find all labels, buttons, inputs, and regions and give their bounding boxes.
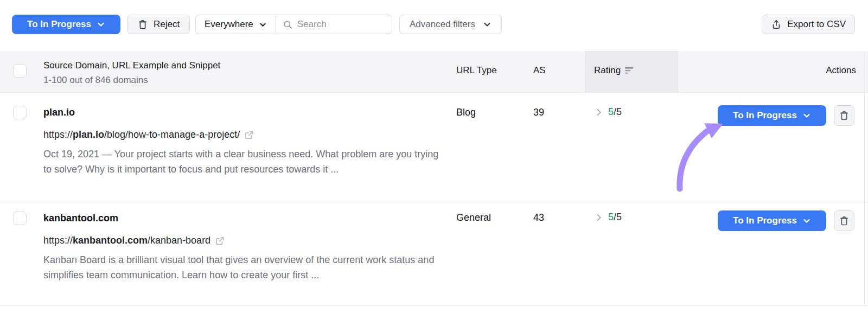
select-all-checkbox[interactable] <box>13 64 27 78</box>
reject-label: Reject <box>154 19 180 30</box>
advanced-filters-label: Advanced filters <box>410 19 475 30</box>
url-text: https://plan.io/blog/how-to-manage-a-pro… <box>43 129 240 140</box>
search-scope-select[interactable]: Everywhere <box>196 15 276 34</box>
search-input[interactable] <box>297 19 385 30</box>
column-header-rating[interactable]: Rating <box>594 65 635 76</box>
external-link-icon[interactable] <box>244 130 254 140</box>
row-url-type: General <box>456 212 491 223</box>
export-to-csv-button[interactable]: Export to CSV <box>762 15 855 34</box>
export-icon <box>771 19 782 30</box>
row-rating: 5/5 <box>595 212 622 223</box>
row-checkbox[interactable] <box>13 106 27 119</box>
reject-button[interactable]: Reject <box>127 15 190 34</box>
row-snippet: Kanban Board is a brilliant visual tool … <box>43 252 441 283</box>
trash-icon <box>839 110 850 121</box>
row-rating: 5/5 <box>595 106 622 118</box>
bulk-to-in-progress-button[interactable]: To In Progress <box>12 15 120 34</box>
row-divider <box>0 201 868 201</box>
row-domain[interactable]: kanbantool.com <box>43 213 118 224</box>
row-delete-button[interactable] <box>834 210 854 231</box>
row-domain[interactable]: plan.io <box>43 107 75 118</box>
column-header-url-type: URL Type <box>456 65 497 76</box>
search-filter-group: Everywhere <box>195 15 392 34</box>
table-header: Source Domain, URL Example and Snippet 1… <box>0 51 868 92</box>
link-building-prospects-panel: To In Progress Reject Everywhere Advance… <box>0 0 868 313</box>
row-authority-score: 43 <box>533 212 544 223</box>
row-to-in-progress-button[interactable]: To In Progress <box>718 210 826 231</box>
row-url[interactable]: https://plan.io/blog/how-to-manage-a-pro… <box>43 129 254 140</box>
row-to-in-progress-button[interactable]: To In Progress <box>718 105 826 126</box>
export-to-csv-label: Export to CSV <box>787 19 846 30</box>
search-scope-value: Everywhere <box>205 19 253 30</box>
row-url[interactable]: https://kanbantool.com/kanban-board <box>43 235 225 246</box>
trash-icon <box>137 19 148 30</box>
chevron-down-icon <box>802 111 811 120</box>
chevron-right-icon[interactable] <box>595 108 603 116</box>
rating-score: 5/5 <box>608 106 622 118</box>
row-action-label: To In Progress <box>733 215 797 226</box>
search-icon <box>283 20 293 30</box>
advanced-filters-button[interactable]: Advanced filters <box>399 15 502 34</box>
chevron-right-icon[interactable] <box>595 214 603 221</box>
rating-header-label: Rating <box>594 65 621 76</box>
column-header-actions: Actions <box>826 65 856 76</box>
url-text: https://kanbantool.com/kanban-board <box>43 235 210 246</box>
row-action-label: To In Progress <box>733 110 797 121</box>
chevron-down-icon <box>483 20 492 29</box>
table-bottom-divider <box>0 305 868 306</box>
bulk-to-in-progress-label: To In Progress <box>27 19 91 30</box>
column-header-source-domain: Source Domain, URL Example and Snippet <box>43 60 220 71</box>
chevron-down-icon <box>802 216 811 225</box>
row-snippet: Oct 19, 2021 — Your project starts with … <box>43 146 441 177</box>
row-authority-score: 39 <box>533 107 544 118</box>
row-url-type: Blog <box>456 107 476 118</box>
panel-right-edge <box>864 51 865 305</box>
sort-descending-icon <box>625 67 635 74</box>
row-checkbox[interactable] <box>13 212 27 225</box>
pagination-summary: 1-100 out of 846 domains <box>43 75 148 86</box>
chevron-down-icon <box>259 21 267 29</box>
external-link-icon[interactable] <box>215 236 225 246</box>
column-header-as: AS <box>533 65 546 76</box>
header-divider <box>0 92 868 93</box>
chevron-down-icon <box>97 20 105 29</box>
trash-icon <box>839 215 850 226</box>
rating-score: 5/5 <box>608 212 622 223</box>
row-delete-button[interactable] <box>834 105 854 126</box>
search-field-wrap <box>276 15 392 34</box>
